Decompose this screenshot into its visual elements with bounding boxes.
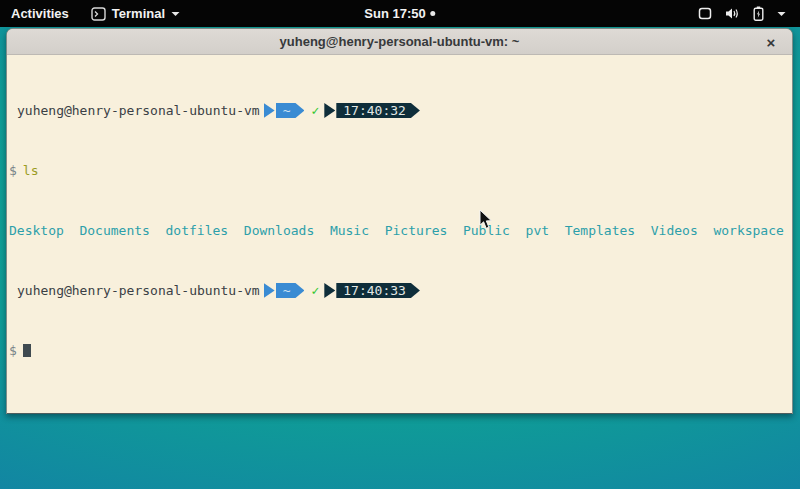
prompt-path: ~	[283, 103, 291, 118]
app-menu-label: Terminal	[112, 6, 165, 21]
status-check-icon: ✓	[311, 103, 319, 118]
command-text: ls	[23, 163, 39, 178]
clock-menu[interactable]: Sun 17:50	[364, 0, 435, 27]
prompt-line: yuheng@henry-personal-ubuntu-vm ~ ✓ 17:4…	[9, 103, 790, 118]
prompt-symbol: $	[9, 163, 17, 178]
prompt-time: 17:40:32	[343, 103, 406, 118]
powerline-time-segment: 17:40:32	[336, 103, 420, 118]
status-check-icon: ✓	[311, 283, 319, 298]
powerline-path-segment: ~	[276, 103, 305, 118]
powerline-arrow-icon	[324, 283, 335, 298]
prompt-user-host: yuheng@henry-personal-ubuntu-vm	[9, 103, 260, 118]
directory-list: Desktop Documents dotfiles Downloads Mus…	[9, 223, 784, 238]
window-title: yuheng@henry-personal-ubuntu-vm: ~	[280, 34, 520, 49]
terminal-app-icon	[91, 7, 106, 21]
screen-icon	[698, 7, 712, 20]
powerline-arrow-icon	[264, 283, 275, 298]
top-bar-left: Activities Terminal	[0, 0, 191, 27]
prompt-path: ~	[283, 283, 291, 298]
chevron-down-icon	[777, 11, 786, 17]
terminal-content[interactable]: yuheng@henry-personal-ubuntu-vm ~ ✓ 17:4…	[7, 55, 792, 414]
window-titlebar[interactable]: yuheng@henry-personal-ubuntu-vm: ~ ×	[7, 29, 792, 55]
chevron-down-icon	[171, 11, 180, 17]
powerline-arrow-icon	[264, 103, 275, 118]
prompt-symbol: $	[9, 343, 17, 358]
app-menu-terminal[interactable]: Terminal	[80, 0, 191, 27]
ls-output-line: Desktop Documents dotfiles Downloads Mus…	[9, 223, 790, 238]
battery-charging-icon	[753, 6, 764, 21]
volume-icon	[725, 7, 740, 20]
top-bar: Activities Terminal Sun 17:50	[0, 0, 800, 27]
activities-button[interactable]: Activities	[0, 0, 80, 27]
clock-label: Sun 17:50	[364, 6, 425, 21]
powerline-arrow-icon	[324, 103, 335, 118]
powerline-path-segment: ~	[276, 283, 305, 298]
notification-dot-icon	[431, 11, 436, 16]
mouse-cursor-icon	[479, 209, 493, 234]
terminal-window: yuheng@henry-personal-ubuntu-vm: ~ × yuh…	[6, 28, 793, 414]
terminal-cursor	[23, 344, 31, 357]
command-line: $ls	[9, 163, 790, 178]
prompt-line: yuheng@henry-personal-ubuntu-vm ~ ✓ 17:4…	[9, 283, 790, 298]
system-status-menu[interactable]	[684, 0, 800, 27]
prompt-time: 17:40:33	[343, 283, 406, 298]
prompt-user-host: yuheng@henry-personal-ubuntu-vm	[9, 283, 260, 298]
close-button[interactable]: ×	[761, 32, 781, 52]
command-line: $	[9, 343, 790, 358]
powerline-time-segment: 17:40:33	[336, 283, 420, 298]
